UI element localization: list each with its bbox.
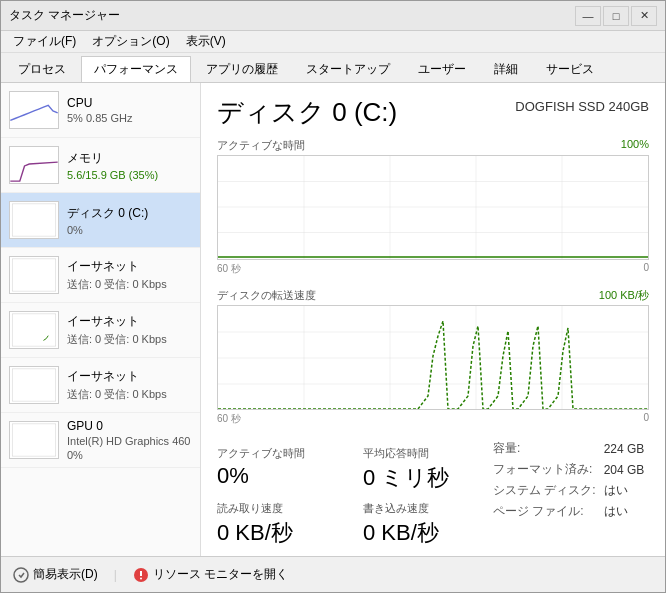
write-speed-value: 0 KB/秒	[363, 518, 489, 548]
write-speed-stat: 書き込み速度 0 KB/秒	[363, 501, 489, 548]
response-time-label: 平均応答時間	[363, 446, 489, 461]
tab-details[interactable]: 詳細	[481, 56, 531, 82]
sidebar-item-ethernet2[interactable]: イーサネット 送信: 0 受信: 0 Kbps	[1, 303, 200, 358]
ethernet2-detail: 送信: 0 受信: 0 Kbps	[67, 332, 192, 347]
svg-rect-4	[12, 424, 56, 456]
main-panel: ディスク 0 (C:) DOGFISH SSD 240GB アクティブな時間 1…	[201, 83, 665, 556]
simple-view-icon	[13, 567, 29, 583]
write-speed-label: 書き込み速度	[363, 501, 489, 516]
svg-point-19	[14, 568, 28, 582]
resource-monitor-icon	[133, 567, 149, 583]
close-button[interactable]: ✕	[631, 6, 657, 26]
gpu0-detail2: 0%	[67, 449, 192, 461]
ethernet1-thumbnail	[9, 256, 59, 294]
resource-monitor-button[interactable]: リソース モニターを開く	[133, 566, 288, 583]
system-disk-label: システム ディスク:	[489, 480, 600, 501]
ethernet1-label: イーサネット	[67, 258, 192, 275]
active-time-stat: アクティブな時間 0%	[217, 446, 343, 493]
chart1-label-left: アクティブな時間	[217, 138, 305, 153]
maximize-button[interactable]: □	[603, 6, 629, 26]
simple-view-button[interactable]: 簡易表示(D)	[13, 566, 98, 583]
transfer-speed-section: ディスクの転送速度 100 KB/秒	[217, 288, 649, 426]
svg-rect-3	[12, 369, 56, 401]
content-area: CPU 5% 0.85 GHz メモリ 5.6/15.9 GB (35%)	[1, 83, 665, 556]
chart1-bottom-left: 60 秒	[217, 262, 241, 276]
stats-bottom-row: 読み取り速度 0 KB/秒 書き込み速度 0 KB/秒	[217, 501, 489, 548]
cpu-info: CPU 5% 0.85 GHz	[67, 96, 192, 124]
gpu0-detail1: Intel(R) HD Graphics 460	[67, 435, 192, 447]
tab-users[interactable]: ユーザー	[405, 56, 479, 82]
sidebar-item-ethernet3[interactable]: イーサネット 送信: 0 受信: 0 Kbps	[1, 358, 200, 413]
sidebar-item-disk0[interactable]: ディスク 0 (C:) 0%	[1, 193, 200, 248]
cpu-thumbnail	[9, 91, 59, 129]
chart2-bottom-left: 60 秒	[217, 412, 241, 426]
formatted-label: フォーマット済み:	[489, 459, 600, 480]
ethernet3-label: イーサネット	[67, 368, 192, 385]
disk0-thumbnail	[9, 201, 59, 239]
chart2-bottom-right: 0	[643, 412, 649, 426]
capacity-row: 容量: 224 GB	[489, 438, 648, 459]
memory-detail: 5.6/15.9 GB (35%)	[67, 169, 192, 181]
disk-properties-table: 容量: 224 GB フォーマット済み: 204 GB システム ディスク: は…	[489, 438, 648, 522]
menu-view[interactable]: 表示(V)	[178, 31, 234, 52]
active-time-section: アクティブな時間 100%	[217, 138, 649, 276]
active-time-value: 0%	[217, 463, 343, 489]
chart1-bottom: 60 秒 0	[217, 262, 649, 276]
memory-label: メモリ	[67, 150, 192, 167]
system-disk-value: はい	[600, 480, 649, 501]
tab-services[interactable]: サービス	[533, 56, 607, 82]
gpu0-label: GPU 0	[67, 419, 192, 433]
sidebar-item-cpu[interactable]: CPU 5% 0.85 GHz	[1, 83, 200, 138]
stats-left: アクティブな時間 0% 平均応答時間 0 ミリ秒 読み取り速度 0 KB/秒	[217, 438, 489, 548]
menu-file[interactable]: ファイル(F)	[5, 31, 84, 52]
ethernet2-label: イーサネット	[67, 313, 192, 330]
title-controls: — □ ✕	[575, 6, 657, 26]
page-file-value: はい	[600, 501, 649, 522]
ethernet1-detail: 送信: 0 受信: 0 Kbps	[67, 277, 192, 292]
sidebar-item-memory[interactable]: メモリ 5.6/15.9 GB (35%)	[1, 138, 200, 193]
read-speed-value: 0 KB/秒	[217, 518, 343, 548]
system-disk-row: システム ディスク: はい	[489, 480, 648, 501]
sidebar-item-ethernet1[interactable]: イーサネット 送信: 0 受信: 0 Kbps	[1, 248, 200, 303]
ethernet2-thumbnail	[9, 311, 59, 349]
ethernet2-info: イーサネット 送信: 0 受信: 0 Kbps	[67, 313, 192, 347]
cpu-detail: 5% 0.85 GHz	[67, 112, 192, 124]
svg-rect-1	[12, 259, 56, 291]
task-manager-window: タスク マネージャー — □ ✕ ファイル(F) オプション(O) 表示(V) …	[0, 0, 666, 593]
response-time-value: 0 ミリ秒	[363, 463, 489, 493]
tab-app-history[interactable]: アプリの履歴	[193, 56, 291, 82]
menu-bar: ファイル(F) オプション(O) 表示(V)	[1, 31, 665, 53]
disk0-info: ディスク 0 (C:) 0%	[67, 205, 192, 236]
svg-rect-2	[12, 314, 56, 346]
ethernet3-thumbnail	[9, 366, 59, 404]
chart1-label-row: アクティブな時間 100%	[217, 138, 649, 153]
svg-rect-0	[12, 204, 56, 236]
transfer-speed-chart	[217, 305, 649, 410]
tab-startup[interactable]: スタートアップ	[293, 56, 403, 82]
minimize-button[interactable]: —	[575, 6, 601, 26]
cpu-label: CPU	[67, 96, 192, 110]
memory-thumbnail	[9, 146, 59, 184]
active-time-chart	[217, 155, 649, 260]
disk-title: ディスク 0 (C:)	[217, 95, 397, 130]
disk0-label: ディスク 0 (C:)	[67, 205, 192, 222]
stats-right: 容量: 224 GB フォーマット済み: 204 GB システム ディスク: は…	[489, 438, 649, 548]
tab-performance[interactable]: パフォーマンス	[81, 56, 191, 82]
gpu0-info: GPU 0 Intel(R) HD Graphics 460 0%	[67, 419, 192, 461]
sidebar: CPU 5% 0.85 GHz メモリ 5.6/15.9 GB (35%)	[1, 83, 201, 556]
gpu0-thumbnail	[9, 421, 59, 459]
footer-separator: |	[114, 568, 117, 582]
chart2-label-left: ディスクの転送速度	[217, 288, 316, 303]
capacity-value: 224 GB	[600, 438, 649, 459]
sidebar-item-gpu0[interactable]: GPU 0 Intel(R) HD Graphics 460 0%	[1, 413, 200, 468]
formatted-row: フォーマット済み: 204 GB	[489, 459, 648, 480]
chart1-bottom-right: 0	[643, 262, 649, 276]
resource-monitor-label: リソース モニターを開く	[153, 566, 288, 583]
menu-options[interactable]: オプション(O)	[84, 31, 177, 52]
transfer-speed-svg	[218, 306, 648, 410]
chart2-label-row: ディスクの転送速度 100 KB/秒	[217, 288, 649, 303]
ethernet1-info: イーサネット 送信: 0 受信: 0 Kbps	[67, 258, 192, 292]
ethernet3-detail: 送信: 0 受信: 0 Kbps	[67, 387, 192, 402]
tab-process[interactable]: プロセス	[5, 56, 79, 82]
active-time-svg	[218, 156, 648, 259]
